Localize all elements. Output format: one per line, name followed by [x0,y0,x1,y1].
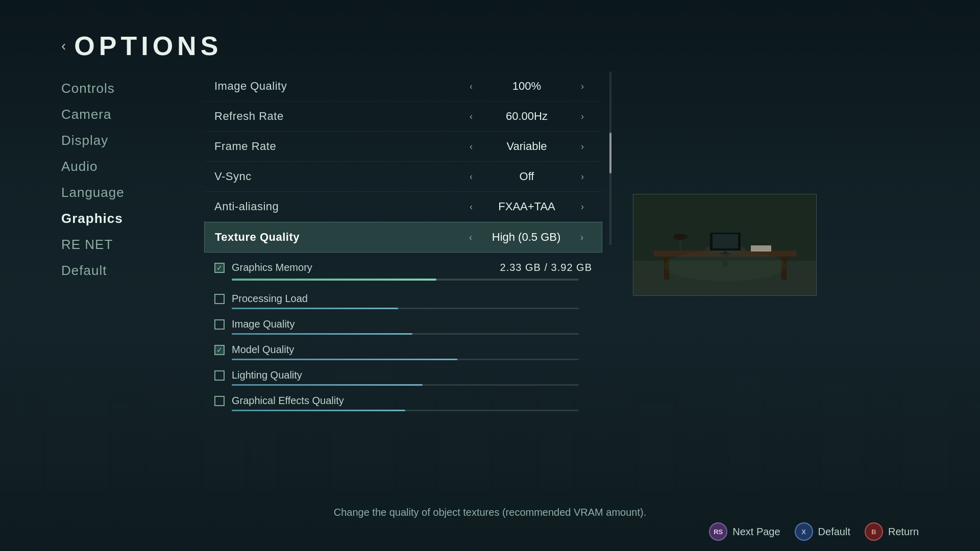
setting-arrow-left-texture-quality[interactable]: ‹ [461,232,480,243]
usage-row-processing-load: Processing Load [214,289,592,307]
next-page-button[interactable]: RS Next Page [709,522,780,541]
memory-section: Graphics Memory 2.33 GB / 3.92 GB Proces… [204,257,602,416]
setting-row-frame-rate: Frame Rate ‹ Variable › [204,132,602,162]
svg-point-41 [664,251,787,281]
lighting-quality-bar-fill [232,384,423,386]
setting-name-refresh-rate: Refresh Rate [214,110,461,123]
sidebar-item-audio[interactable]: Audio [61,155,204,179]
header: ‹ OPTIONS [0,0,980,71]
setting-arrow-right-vsync[interactable]: › [573,171,592,182]
model-quality-bar-track [232,359,579,360]
sidebar-item-display[interactable]: Display [61,129,204,153]
page-title: OPTIONS [74,31,222,61]
setting-arrow-left-image-quality[interactable]: ‹ [461,81,481,92]
scrollbar[interactable] [609,71,611,245]
preview-image [633,194,816,295]
sidebar-item-camera[interactable]: Camera [61,103,204,127]
graphics-memory-label: Graphics Memory [232,262,500,273]
processing-load-bar-wrap [214,307,592,314]
setting-row-texture-quality[interactable]: Texture Quality ‹ High (0.5 GB) › [204,222,602,253]
return-label: Return [888,526,919,538]
graphics-memory-header: Graphics Memory 2.33 GB / 3.92 GB [214,257,592,277]
model-quality-label: Model Quality [232,344,592,356]
setting-name-image-quality: Image Quality [214,80,461,93]
hint-text: Change the quality of object textures (r… [61,507,919,518]
setting-value-antialiasing: FXAA+TAA [481,200,573,213]
graphical-effects-bar-fill [232,410,405,411]
svg-point-39 [673,234,688,240]
main-area: Controls Camera Display Audio Language G… [0,71,980,496]
setting-arrow-right-image-quality[interactable]: › [573,81,592,92]
graphics-memory-bar-track [232,279,579,281]
setting-value-image-quality: 100% [481,80,573,93]
image-quality-usage-checkbox[interactable] [214,319,225,330]
setting-name-frame-rate: Frame Rate [214,140,461,153]
settings-list: Image Quality ‹ 100% › Refresh Rate ‹ 60… [204,71,602,253]
graphics-memory-checkbox[interactable] [214,263,225,273]
image-quality-bar-fill [232,333,412,335]
processing-load-label: Processing Load [232,293,592,305]
lighting-quality-bar-track [232,384,579,386]
model-quality-bar-fill [232,359,457,360]
default-label: Default [818,526,850,538]
next-page-label: Next Page [732,526,780,538]
setting-name-texture-quality: Texture Quality [215,231,461,244]
graphical-effects-checkbox[interactable] [214,396,225,406]
setting-name-vsync: V-Sync [214,170,461,183]
processing-load-bar-fill [232,308,398,309]
image-quality-usage-label: Image Quality [232,318,592,330]
image-quality-bar-track [232,333,579,335]
default-button[interactable]: X Default [795,522,850,541]
setting-row-antialiasing: Anti-aliasing ‹ FXAA+TAA › [204,192,602,222]
button-hints: RS Next Page X Default B Return [61,522,919,541]
setting-value-vsync: Off [481,170,573,183]
setting-arrow-left-refresh-rate[interactable]: ‹ [461,111,481,122]
usage-row-graphical-effects: Graphical Effects Quality [214,391,592,409]
usage-row-image-quality: Image Quality [214,314,592,332]
setting-arrow-left-frame-rate[interactable]: ‹ [461,141,481,152]
processing-load-bar-track [232,308,579,309]
sidebar-item-controls[interactable]: Controls [61,77,204,101]
lighting-quality-bar-wrap [214,383,592,391]
setting-row-vsync: V-Sync ‹ Off › [204,162,602,192]
setting-value-refresh-rate: 60.00Hz [481,110,573,123]
sidebar-item-language[interactable]: Language [61,181,204,205]
b-button-icon: B [865,522,883,541]
sidebar-item-renet[interactable]: RE NET [61,233,204,257]
setting-arrow-right-frame-rate[interactable]: › [573,141,592,152]
setting-value-texture-quality: High (0.5 GB) [480,231,572,244]
return-button[interactable]: B Return [865,522,919,541]
rs-button-icon: RS [709,522,727,541]
setting-arrow-left-vsync[interactable]: ‹ [461,171,481,182]
texture-preview [633,194,817,296]
sidebar-item-default[interactable]: Default [61,259,204,283]
lighting-quality-checkbox[interactable] [214,370,225,381]
graphics-memory-value: 2.33 GB / 3.92 GB [500,262,592,273]
usage-row-lighting-quality: Lighting Quality [214,365,592,383]
setting-name-antialiasing: Anti-aliasing [214,200,461,213]
model-quality-checkbox[interactable] [214,345,225,355]
image-quality-bar-wrap [214,332,592,340]
processing-load-checkbox[interactable] [214,294,225,304]
scrollbar-thumb[interactable] [609,133,611,173]
x-button-icon: X [795,522,813,541]
model-quality-bar-wrap [214,358,592,365]
usage-row-model-quality: Model Quality [214,340,592,358]
graphical-effects-bar-track [232,410,579,411]
setting-arrow-right-antialiasing[interactable]: › [573,202,592,212]
sidebar-nav: Controls Camera Display Audio Language G… [61,71,204,496]
back-arrow-icon[interactable]: ‹ [61,38,66,54]
setting-arrow-left-antialiasing[interactable]: ‹ [461,202,481,212]
setting-arrow-right-refresh-rate[interactable]: › [573,111,592,122]
sidebar-item-graphics[interactable]: Graphics [61,207,204,231]
graphics-memory-bar-wrap [214,277,592,289]
graphical-effects-bar-wrap [214,409,592,416]
svg-rect-35 [713,234,738,248]
setting-arrow-right-texture-quality[interactable]: › [572,232,592,243]
bottom-bar: Change the quality of object textures (r… [0,496,980,551]
graphics-memory-bar-fill [232,279,436,281]
setting-row-refresh-rate: Refresh Rate ‹ 60.00Hz › [204,102,602,132]
graphical-effects-label: Graphical Effects Quality [232,395,592,407]
setting-value-frame-rate: Variable [481,140,573,153]
lighting-quality-label: Lighting Quality [232,369,592,381]
